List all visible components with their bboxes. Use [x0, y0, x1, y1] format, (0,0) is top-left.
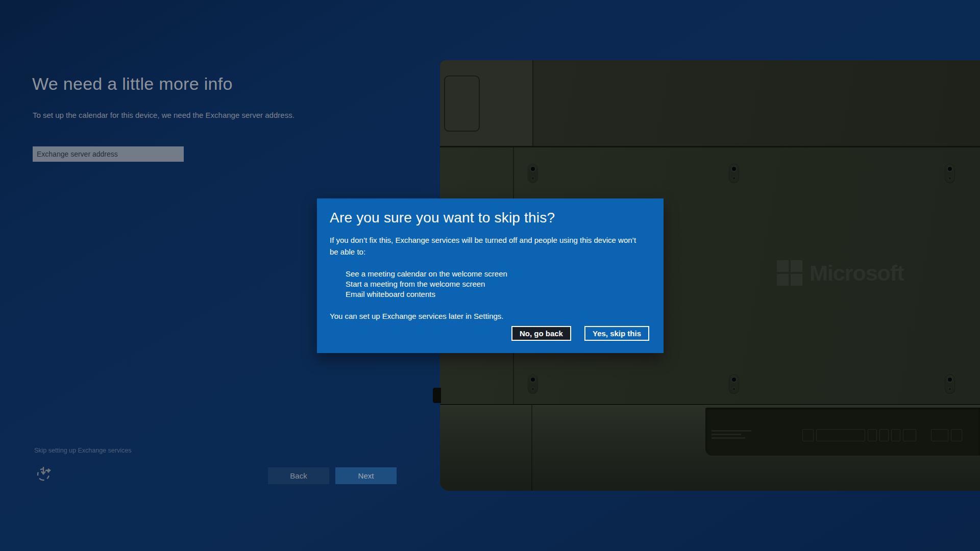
dialog-body-text: If you don’t fix this, Exchange services…: [330, 234, 644, 258]
screw-hole: [948, 387, 952, 391]
microsoft-squares-icon: [777, 260, 802, 286]
screw-keyhole: [945, 375, 954, 393]
device-top-panel: [532, 60, 980, 147]
oobe-setup-screen: Microsoft We need a little more info To …: [0, 0, 980, 551]
screw-keyhole: [729, 375, 739, 393]
screw-hole: [531, 167, 535, 171]
screw-hole: [531, 378, 535, 382]
screw-hole: [948, 177, 952, 180]
screw-hole: [531, 177, 535, 180]
yes-skip-this-button[interactable]: Yes, skip this: [584, 326, 649, 341]
screw-keyhole: [528, 375, 537, 393]
list-item: Email whiteboard contents: [346, 289, 651, 299]
next-button[interactable]: Next: [335, 467, 397, 484]
exchange-server-address-input[interactable]: [33, 146, 184, 162]
port-icons-row: [802, 429, 962, 441]
device-seam: [531, 405, 532, 491]
dialog-footer-text: You can set up Exchange services later i…: [330, 312, 651, 320]
screw-hole: [948, 378, 952, 382]
microsoft-logo: Microsoft: [777, 260, 904, 286]
regulatory-text: [712, 430, 751, 441]
page-subtitle: To set up the calendar for this device, …: [33, 111, 295, 119]
screw-keyhole: [528, 164, 537, 183]
list-item: Start a meeting from the welcome screen: [346, 279, 651, 289]
screw-hole: [732, 167, 736, 171]
screw-keyhole: [729, 164, 739, 183]
video-ports-icon-group: [816, 429, 865, 441]
back-button[interactable]: Back: [268, 467, 329, 484]
power-port-icon: [931, 429, 948, 441]
screw-hole: [732, 387, 736, 391]
device-ports-bar: [705, 408, 980, 456]
ethernet-port-icon: [802, 429, 814, 441]
sync-clock-icon[interactable]: [35, 465, 53, 482]
skip-confirmation-dialog: Are you sure you want to skip this? If y…: [317, 198, 664, 353]
list-item: See a meeting calendar on the welcome sc…: [346, 269, 651, 279]
port-icon: [868, 429, 877, 441]
dialog-title: Are you sure you want to skip this?: [330, 210, 651, 226]
screw-hole: [948, 167, 952, 171]
dialog-buttons: No, go back Yes, skip this: [511, 326, 649, 341]
no-go-back-button[interactable]: No, go back: [511, 326, 571, 341]
skip-exchange-link[interactable]: Skip setting up Exchange services: [34, 447, 131, 454]
screw-keyhole: [945, 164, 954, 183]
power-switch-icon: [951, 429, 962, 441]
screw-hole: [531, 387, 535, 391]
page-title: We need a little more info: [32, 74, 233, 94]
screw-hole: [732, 177, 736, 180]
device-connector-stub: [433, 388, 441, 403]
usb-port-icon: [903, 429, 916, 441]
port-icon: [879, 429, 889, 441]
device-mount-plate: [444, 76, 480, 132]
screw-hole: [732, 378, 736, 382]
port-icon: [891, 429, 900, 441]
microsoft-wordmark: Microsoft: [810, 261, 904, 286]
dialog-consequences-list: See a meeting calendar on the welcome sc…: [346, 269, 651, 299]
